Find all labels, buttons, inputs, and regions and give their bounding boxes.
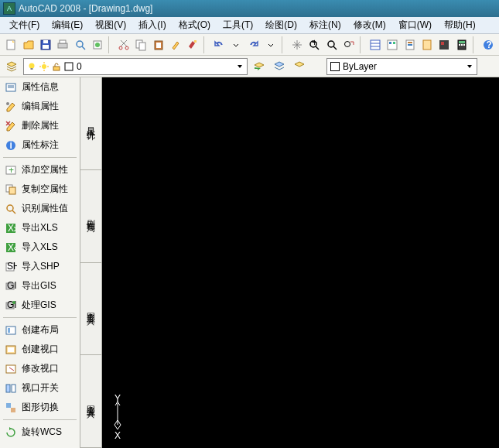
open-icon[interactable] bbox=[20, 36, 36, 53]
help-icon[interactable]: ? bbox=[480, 36, 496, 53]
svg-point-65 bbox=[7, 205, 13, 211]
create-layout-icon bbox=[5, 324, 17, 337]
tab-stats[interactable]: 显示统计 bbox=[80, 77, 101, 170]
zoom-window-icon[interactable] bbox=[324, 36, 340, 53]
zoom-realtime-icon[interactable]: + bbox=[306, 36, 322, 53]
copy-icon[interactable] bbox=[133, 36, 149, 53]
sidebar-item-attr-annotate[interactable]: i属性标注 bbox=[0, 135, 80, 155]
svg-point-22 bbox=[328, 41, 334, 47]
sidebar-item-label: 导出XLS bbox=[22, 221, 58, 234]
layer-states-icon[interactable] bbox=[271, 58, 288, 75]
toolbar-separator bbox=[360, 36, 364, 53]
menu-file[interactable]: 文件(F) bbox=[3, 17, 46, 33]
zoom-previous-icon[interactable] bbox=[341, 36, 357, 53]
undo-dropdown-icon[interactable] bbox=[228, 36, 244, 53]
sidebar-item-create-layout[interactable]: 创建布局 bbox=[0, 320, 80, 340]
rotate-wcs-icon bbox=[5, 426, 17, 439]
sidebar-item-viewport-switch[interactable]: 视口开关 bbox=[0, 378, 80, 398]
tab-layout[interactable]: 刷性布局 bbox=[80, 170, 101, 263]
plot-icon[interactable] bbox=[55, 36, 70, 53]
menu-insert[interactable]: 插入(I) bbox=[132, 17, 172, 33]
svg-rect-81 bbox=[8, 347, 14, 352]
layer-iso-icon[interactable] bbox=[291, 58, 308, 75]
sheet-set-icon[interactable] bbox=[419, 36, 435, 53]
cut-icon[interactable] bbox=[116, 36, 132, 53]
sidebar-item-identify-attr[interactable]: 识别属性值 bbox=[0, 199, 80, 218]
sidebar-item-create-viewport[interactable]: 创建视口 bbox=[0, 340, 80, 359]
svg-rect-40 bbox=[461, 44, 463, 46]
ucs-axis-icon: Y X bbox=[110, 394, 141, 440]
menu-window[interactable]: 窗口(W) bbox=[392, 17, 438, 33]
sidebar-item-edit-attr[interactable]: 编辑属性 bbox=[0, 97, 80, 116]
new-icon[interactable] bbox=[3, 36, 19, 53]
svg-point-6 bbox=[77, 41, 83, 47]
redo-dropdown-icon[interactable] bbox=[263, 36, 279, 53]
menu-view[interactable]: 视图(V) bbox=[89, 17, 132, 33]
layer-dropdown[interactable]: 0 bbox=[23, 58, 248, 75]
sidebar-item-import-xls[interactable]: X导入XLS bbox=[0, 238, 80, 257]
menu-format[interactable]: 格式(O) bbox=[173, 17, 217, 33]
sidebar-item-label: 创建布局 bbox=[22, 323, 59, 337]
sidebar-item-label: 处理GIS bbox=[22, 299, 56, 312]
properties-icon[interactable] bbox=[367, 36, 383, 53]
match-icon[interactable] bbox=[168, 36, 183, 53]
svg-line-23 bbox=[333, 46, 337, 50]
menu-dimension[interactable]: 标注(N) bbox=[303, 17, 347, 33]
svg-rect-34 bbox=[423, 40, 431, 50]
sidebar-item-export-gis[interactable]: GIS导出GIS bbox=[0, 276, 80, 296]
layer-previous-icon[interactable] bbox=[251, 58, 268, 75]
title-bar: A AutoCAD 2008 - [Drawing1.dwg] bbox=[0, 0, 499, 17]
sidebar-item-export-xls[interactable]: X导出XLS bbox=[0, 218, 80, 238]
sidebar-item-label: 复制空属性 bbox=[22, 183, 68, 196]
drawing-canvas[interactable]: Y X bbox=[102, 77, 499, 448]
sidebar-item-rotate-wcs[interactable]: 旋转WCS bbox=[0, 422, 80, 442]
sidebar-item-delete-attr[interactable]: 删除属性 bbox=[0, 116, 80, 135]
svg-text:GIS: GIS bbox=[7, 280, 17, 291]
create-viewport-icon bbox=[5, 344, 17, 356]
sidebar-item-label: 旋转WCS bbox=[22, 426, 62, 439]
export-gis-icon: GIS bbox=[5, 280, 17, 292]
preview-icon[interactable] bbox=[72, 36, 87, 53]
paint-icon[interactable] bbox=[185, 36, 200, 53]
menu-edit[interactable]: 编辑(E) bbox=[46, 17, 89, 33]
tab-edge-tools[interactable]: 图缘工具 bbox=[80, 355, 101, 448]
menu-tools[interactable]: 工具(T) bbox=[217, 17, 259, 33]
edit-attr-icon bbox=[5, 101, 17, 113]
save-icon[interactable] bbox=[38, 36, 53, 53]
attr-annotate-icon: i bbox=[5, 139, 17, 152]
menu-draw[interactable]: 绘图(D) bbox=[259, 17, 303, 33]
sidebar-item-copy-spatial-attr[interactable]: 复制空属性 bbox=[0, 180, 80, 199]
redo-icon[interactable] bbox=[246, 36, 261, 53]
svg-rect-52 bbox=[65, 63, 73, 70]
markup-icon[interactable] bbox=[436, 36, 452, 53]
color-dropdown[interactable]: ByLayer bbox=[326, 58, 477, 75]
sidebar-item-import-shp[interactable]: SHP导入SHP bbox=[0, 257, 80, 276]
design-center-icon[interactable] bbox=[385, 36, 400, 53]
sidebar-item-label: 属性信息 bbox=[22, 80, 59, 94]
menu-modify[interactable]: 修改(M) bbox=[347, 17, 392, 33]
publish-icon[interactable] bbox=[90, 36, 105, 53]
sidebar-item-add-spatial-attr[interactable]: +添加空属性 bbox=[0, 160, 80, 180]
toolbar-separator bbox=[473, 36, 477, 53]
svg-point-56 bbox=[6, 102, 9, 105]
undo-icon[interactable] bbox=[211, 36, 227, 53]
tab-draw-tools[interactable]: 图形工具 bbox=[80, 263, 101, 356]
paste-icon[interactable] bbox=[150, 36, 166, 53]
sidebar-item-process-gis[interactable]: GIS处理GIS bbox=[0, 296, 80, 315]
svg-rect-45 bbox=[31, 68, 33, 70]
delete-attr-icon bbox=[5, 120, 17, 132]
layer-manager-icon[interactable] bbox=[3, 58, 20, 75]
svg-rect-28 bbox=[388, 40, 397, 50]
pan-icon[interactable] bbox=[289, 36, 305, 53]
menu-help[interactable]: 帮助(H) bbox=[438, 17, 482, 33]
tool-palette-icon[interactable] bbox=[402, 36, 418, 53]
sidebar-item-toggle-shape[interactable]: 图形切换 bbox=[0, 398, 80, 417]
svg-rect-2 bbox=[43, 40, 48, 43]
svg-rect-79 bbox=[8, 328, 10, 333]
sidebar-item-label: 导入XLS bbox=[22, 241, 58, 254]
calculator-icon[interactable] bbox=[454, 36, 470, 53]
sidebar-item-attr-info[interactable]: 属性信息 bbox=[0, 77, 80, 97]
svg-text:X: X bbox=[8, 223, 14, 234]
sidebar-item-modify-viewport[interactable]: 修改视口 bbox=[0, 359, 80, 378]
svg-rect-38 bbox=[459, 41, 465, 43]
